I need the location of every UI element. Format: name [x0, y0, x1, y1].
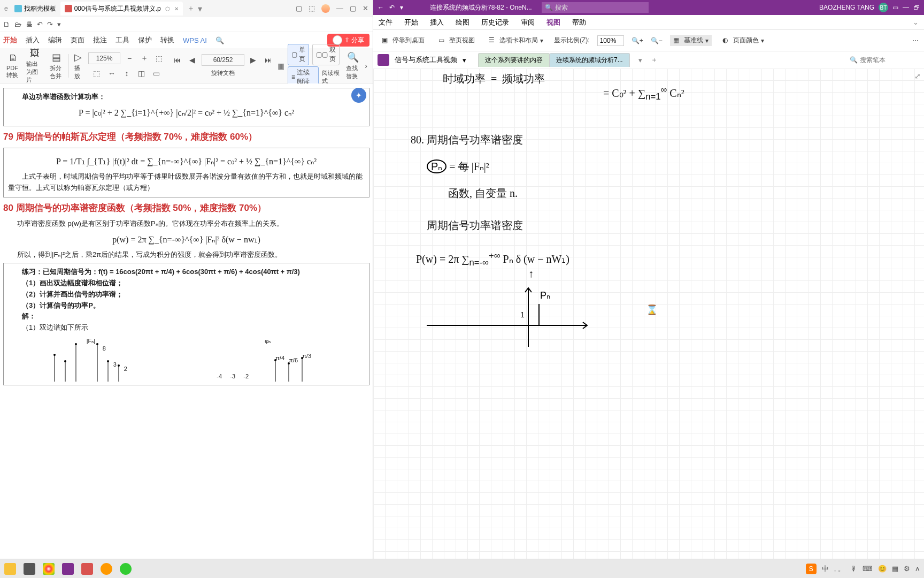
menu-insert[interactable]: 插入: [430, 18, 444, 27]
actual-size-icon[interactable]: ⬚: [91, 67, 103, 79]
menu-edit[interactable]: 编辑: [48, 35, 62, 45]
onenote-username[interactable]: BAOZHENG TANG: [819, 4, 874, 11]
menu-history[interactable]: 历史记录: [481, 18, 509, 27]
ime-emoji-icon[interactable]: 😊: [878, 565, 887, 573]
window-avatar-icon[interactable]: [321, 4, 330, 13]
menu-file[interactable]: 文件: [379, 18, 392, 27]
menu-home[interactable]: 开始: [404, 18, 418, 27]
wps-document[interactable]: ✦ 单边功率谱函数计算功率： P = |c₀|² + 2 ∑_{i=1}^{+∞…: [0, 83, 373, 563]
ime-mic-icon[interactable]: 🎙: [850, 565, 857, 573]
menu-help[interactable]: 帮助: [572, 18, 586, 27]
section-tab-0[interactable]: 这个系列要讲的内容: [478, 53, 550, 67]
notebook-name[interactable]: 信号与系统工具视频: [395, 55, 457, 65]
menu-annotate[interactable]: 批注: [93, 35, 107, 45]
two-page-icon[interactable]: ▥: [278, 60, 284, 72]
section-menu-dropdown[interactable]: ▾: [638, 56, 642, 64]
taskbar-explorer-icon[interactable]: [4, 563, 16, 575]
search-icon[interactable]: 🔍: [215, 36, 224, 44]
zoom-in-button[interactable]: ＋: [138, 52, 150, 64]
expand-page-icon[interactable]: ⤢: [914, 72, 921, 80]
wps-tab-document[interactable]: 000信号与系统工具视频讲义.p ⬡ ✕: [60, 2, 183, 16]
tab-menu-chevron[interactable]: ▾: [198, 4, 202, 14]
rotate-doc[interactable]: 旋转文档: [211, 69, 235, 77]
rb-split-merge[interactable]: ▤拆分合并: [47, 51, 66, 80]
window-cube-icon[interactable]: ⬚: [309, 4, 315, 13]
fit-width-icon[interactable]: ↔: [106, 67, 118, 79]
print-icon[interactable]: 🖶: [26, 20, 33, 28]
menu-wps-ai[interactable]: WPS AI: [183, 36, 207, 44]
double-page-toggle[interactable]: ▢▢ 双页: [312, 44, 340, 65]
tabs-layout-button[interactable]: ☰选项卡和布局 ▾: [486, 35, 546, 46]
new-doc-icon[interactable]: 🗋: [3, 20, 10, 28]
add-section-button[interactable]: ＋: [651, 55, 658, 65]
taskbar-audio-icon[interactable]: [101, 563, 112, 575]
ribbon-display-button[interactable]: ▭: [892, 4, 898, 11]
taskbar-onenote-icon[interactable]: [62, 563, 74, 575]
ime-lang-icon[interactable]: 中: [822, 564, 829, 574]
fit-height-icon[interactable]: ↕: [121, 67, 133, 79]
ime-keyboard-icon[interactable]: ⌨: [863, 565, 873, 573]
window-layout-icon[interactable]: ▢: [296, 4, 302, 13]
menu-page[interactable]: 页面: [71, 35, 84, 45]
onenote-search-box[interactable]: 🔍 搜索: [542, 2, 649, 13]
crop-icon[interactable]: ◫: [136, 67, 148, 79]
notebook-dropdown-icon[interactable]: ▾: [463, 56, 466, 64]
onenote-undo-button[interactable]: ↶: [389, 4, 395, 11]
onenote-back-button[interactable]: ←: [378, 4, 384, 11]
section-tab-1[interactable]: 连续系统的频域分析7...: [550, 53, 630, 67]
onenote-minimize-button[interactable]: —: [903, 4, 909, 11]
ribbon-overflow[interactable]: ›: [363, 60, 369, 72]
ribbon-more-icon[interactable]: ⋯: [912, 37, 919, 44]
rb-find[interactable]: 🔍查找替换: [343, 51, 363, 80]
onenote-maximize-button[interactable]: 🗗: [913, 4, 920, 11]
qat-dropdown[interactable]: ▾: [57, 20, 61, 28]
taskbar-wps-icon[interactable]: [81, 563, 93, 575]
page-indicator[interactable]: 60/252: [202, 54, 244, 66]
gridlines-button[interactable]: ▦基准线 ▾: [670, 35, 712, 46]
last-page-button[interactable]: ⏭: [263, 54, 274, 66]
redo-icon[interactable]: ↷: [47, 20, 53, 28]
share-button[interactable]: ⇧ 分享: [344, 36, 364, 45]
ribbon-collapse-icon[interactable]: ⌄: [913, 18, 919, 26]
rb-export-img[interactable]: 🖼输出为图片: [23, 48, 47, 84]
dock-to-desktop-button[interactable]: ▣停靠到桌面: [379, 35, 428, 46]
close-icon[interactable]: ⬡: [165, 6, 170, 12]
tab-close-icon[interactable]: ✕: [174, 6, 179, 12]
menu-insert[interactable]: 插入: [26, 35, 40, 45]
window-minimize-button[interactable]: —: [336, 4, 343, 13]
taskbar-videos-icon[interactable]: [24, 563, 35, 575]
ime-settings-icon[interactable]: ⚙: [904, 565, 910, 573]
open-icon[interactable]: 🗁: [14, 20, 21, 28]
window-maximize-button[interactable]: ▢: [350, 4, 356, 13]
rb-pdf-convert[interactable]: 🗎PDF转换: [3, 52, 23, 79]
onenote-canvas[interactable]: ⤢ 时域功率 = 频域功率 = C₀² + ∑n=1∞ Cₙ² 80. 周期信号…: [373, 69, 924, 569]
user-avatar-icon[interactable]: BT: [879, 3, 888, 12]
menu-protect[interactable]: 保护: [138, 35, 152, 45]
zoom-in-icon[interactable]: 🔍+: [632, 37, 643, 44]
single-page-toggle[interactable]: ▢ 单页: [288, 44, 309, 65]
onenote-qat-dropdown[interactable]: ▾: [400, 4, 403, 11]
notebook-icon[interactable]: [378, 54, 389, 66]
add-tab-button[interactable]: ＋: [187, 4, 195, 13]
menu-tools[interactable]: 工具: [116, 35, 129, 45]
menu-draw[interactable]: 绘图: [456, 18, 469, 27]
taskbar-wechat-icon[interactable]: [120, 563, 132, 575]
ime-punct-icon[interactable]: , 。: [834, 564, 845, 574]
zoom-out-icon[interactable]: 🔍−: [651, 37, 663, 44]
menu-start[interactable]: 开始: [3, 35, 17, 45]
prev-page-button[interactable]: ◀: [187, 54, 198, 66]
taskbar-chrome-icon[interactable]: [43, 563, 55, 575]
notebook-search-input[interactable]: [860, 56, 913, 64]
wps-tab-templates[interactable]: 找稻壳模板: [10, 2, 60, 16]
read-mode[interactable]: 阅读模式: [322, 69, 340, 85]
ime-grid-icon[interactable]: ▦: [892, 565, 898, 573]
menu-view[interactable]: 视图: [546, 18, 560, 27]
undo-icon[interactable]: ↶: [37, 20, 43, 28]
ime-sogou-icon[interactable]: S: [806, 564, 817, 574]
first-page-button[interactable]: ⏮: [172, 54, 183, 66]
zoom-combo[interactable]: 125%: [88, 52, 120, 64]
tray-chevron-up-icon[interactable]: ʌ: [915, 565, 920, 573]
window-close-button[interactable]: ✕: [363, 4, 368, 13]
region-icon[interactable]: ▭: [151, 67, 163, 79]
ai-float-badge[interactable]: ✦: [351, 88, 366, 103]
